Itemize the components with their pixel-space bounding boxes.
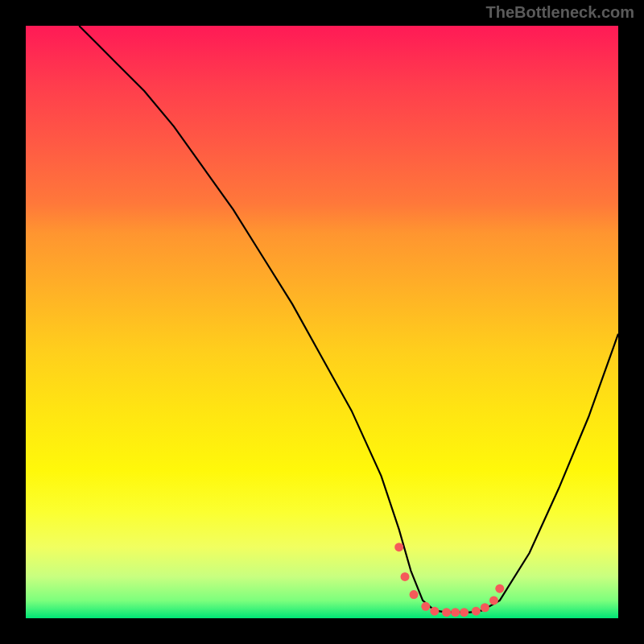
watermark-label: TheBottleneck.com [486, 3, 634, 22]
optimal-marker [451, 608, 460, 617]
optimal-marker [489, 596, 498, 605]
markers-layer [26, 26, 618, 618]
optimal-marker [430, 607, 439, 616]
optimal-marker [442, 608, 451, 617]
optimal-marker [460, 608, 469, 617]
optimal-marker [394, 543, 403, 551]
optimal-marker [472, 607, 481, 616]
optimal-marker [421, 602, 430, 611]
optimal-range-markers [394, 543, 504, 617]
optimal-marker [410, 590, 419, 599]
optimal-marker [481, 603, 489, 612]
chart-plot-area [26, 26, 618, 618]
optimal-marker [401, 572, 410, 581]
optimal-marker [495, 584, 504, 593]
